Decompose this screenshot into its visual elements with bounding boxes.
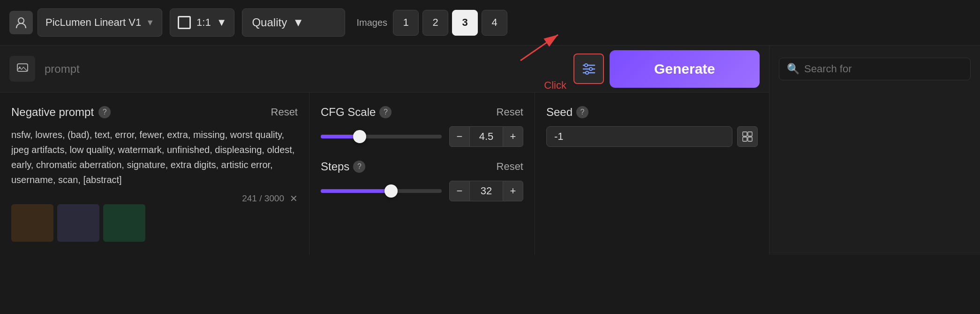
prompt-icon (9, 56, 35, 82)
char-count: 241 / 3000 (242, 193, 284, 204)
generation-mode-chevron-icon: ▼ (293, 16, 304, 29)
cfg-steps-panel: CFG Scale ? Reset (309, 92, 535, 255)
generation-mode-dropdown[interactable]: Quality ▼ (242, 8, 345, 37)
top-bar: PicLumen Lineart V1 ▼ 1:1 ▼ Quality ▼ Im… (0, 0, 980, 46)
generate-label: Generate (654, 61, 715, 77)
search-icon: 🔍 (787, 63, 799, 75)
steps-slider-thumb[interactable] (384, 184, 398, 198)
negative-prompt-help[interactable]: ? (98, 106, 111, 118)
thumbnail-3 (103, 204, 145, 242)
images-section: Images 1 2 3 4 (356, 10, 507, 36)
svg-rect-13 (748, 137, 752, 141)
seed-header: Seed ? (546, 106, 758, 119)
thumbnail-1 (11, 204, 53, 242)
thumbnail-strip (11, 204, 298, 242)
model-dropdown[interactable]: PicLumen Lineart V1 ▼ (38, 8, 162, 37)
model-chevron-icon: ▼ (146, 18, 154, 28)
image-count-2[interactable]: 2 (422, 10, 448, 36)
svg-point-0 (18, 18, 24, 23)
search-bar[interactable]: 🔍 (779, 58, 971, 80)
negative-prompt-reset[interactable]: Reset (271, 106, 298, 118)
steps-reset[interactable]: Reset (497, 161, 523, 173)
svg-point-8 (589, 68, 592, 70)
filter-section: Click (573, 54, 604, 84)
steps-slider-row: − 32 + (321, 181, 523, 201)
image-count-4[interactable]: 4 (482, 10, 507, 36)
click-annotation: Click (544, 79, 566, 92)
svg-rect-12 (743, 137, 747, 141)
steps-slider-fill (321, 189, 391, 193)
cfg-scale-row: CFG Scale ? Reset (321, 106, 523, 147)
image-count-1[interactable]: 1 (393, 10, 419, 36)
seed-title: Seed ? (546, 106, 588, 119)
seed-random-button[interactable] (737, 126, 758, 147)
generation-mode-value: Quality (252, 16, 287, 29)
seed-section: Seed ? (535, 92, 769, 255)
aspect-ratio-chevron-icon: ▼ (217, 16, 227, 29)
left-main: Click Generate (0, 46, 769, 255)
cfg-slider-track[interactable] (321, 135, 442, 138)
cfg-stepper: − 4.5 + (449, 126, 523, 147)
images-label: Images (356, 17, 387, 28)
steps-decrement[interactable]: − (449, 181, 470, 201)
svg-point-9 (586, 71, 588, 74)
prompt-input[interactable] (41, 59, 568, 79)
svg-rect-10 (743, 132, 747, 136)
negative-prompt-content[interactable]: nsfw, lowres, (bad), text, error, fewer,… (11, 127, 298, 187)
svg-point-7 (585, 64, 588, 67)
cfg-increment[interactable]: + (503, 126, 523, 147)
steps-help-icon[interactable]: ? (353, 161, 365, 173)
right-panel: 🔍 (769, 46, 980, 255)
aspect-ratio-dropdown[interactable]: 1:1 ▼ (170, 8, 234, 37)
thumbnail-2 (57, 204, 99, 242)
filter-button[interactable] (573, 54, 604, 84)
cfg-scale-title: CFG Scale ? (321, 106, 392, 119)
model-section: PicLumen Lineart V1 ▼ (9, 8, 162, 37)
generate-button[interactable]: Generate (610, 50, 760, 88)
negative-prompt-panel: Negative prompt ? Reset nsfw, lowres, (b… (0, 92, 309, 255)
image-count-3[interactable]: 3 (452, 10, 478, 36)
cfg-decrement[interactable]: − (449, 126, 470, 147)
model-name: PicLumen Lineart V1 (45, 16, 141, 29)
cfg-scale-header: CFG Scale ? Reset (321, 106, 523, 119)
search-input[interactable] (804, 63, 963, 75)
steps-slider-track[interactable] (321, 189, 442, 193)
svg-rect-11 (748, 132, 752, 136)
cfg-slider-thumb[interactable] (353, 130, 366, 143)
steps-stepper: − 32 + (449, 181, 523, 201)
negative-prompt-title: Negative prompt ? (11, 106, 111, 119)
cfg-value: 4.5 (470, 126, 503, 147)
steps-increment[interactable]: + (503, 181, 523, 201)
steps-row: Steps ? Reset (321, 160, 523, 201)
middle-bar: Click Generate (0, 46, 769, 92)
negative-prompt-header: Negative prompt ? Reset (11, 106, 298, 119)
steps-title: Steps ? (321, 160, 365, 173)
seed-input-row (546, 126, 758, 147)
clear-icon[interactable]: ✕ (290, 193, 298, 204)
cfg-help-icon[interactable]: ? (379, 106, 392, 118)
cfg-slider-row: − 4.5 + (321, 126, 523, 147)
seed-help-icon[interactable]: ? (576, 106, 588, 118)
steps-value: 32 (470, 181, 503, 201)
seed-input[interactable] (546, 126, 732, 147)
aspect-ratio-value: 1:1 (196, 16, 211, 29)
layout-main: Click Generate (0, 46, 980, 255)
aspect-square-icon (178, 16, 191, 29)
cfg-reset[interactable]: Reset (497, 106, 523, 118)
model-avatar (9, 11, 33, 34)
lower-section: Negative prompt ? Reset nsfw, lowres, (b… (0, 92, 769, 255)
char-count-bar: 241 / 3000 ✕ (11, 193, 298, 204)
steps-header: Steps ? Reset (321, 160, 523, 173)
